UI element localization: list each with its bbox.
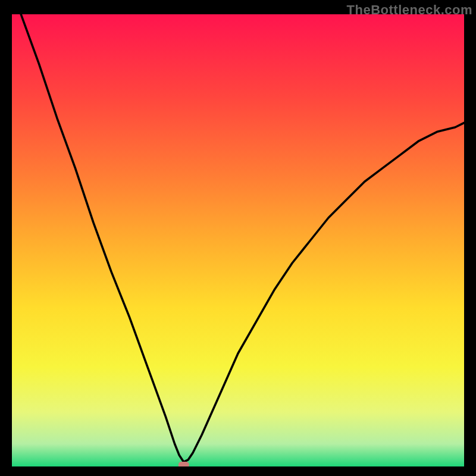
plot-area — [12, 14, 464, 466]
watermark-text: TheBottleneck.com — [347, 2, 472, 18]
chart-container: TheBottleneck.com — [0, 0, 476, 476]
gradient-background — [12, 14, 464, 466]
optimal-point-marker — [178, 462, 189, 466]
chart-svg — [12, 14, 464, 466]
